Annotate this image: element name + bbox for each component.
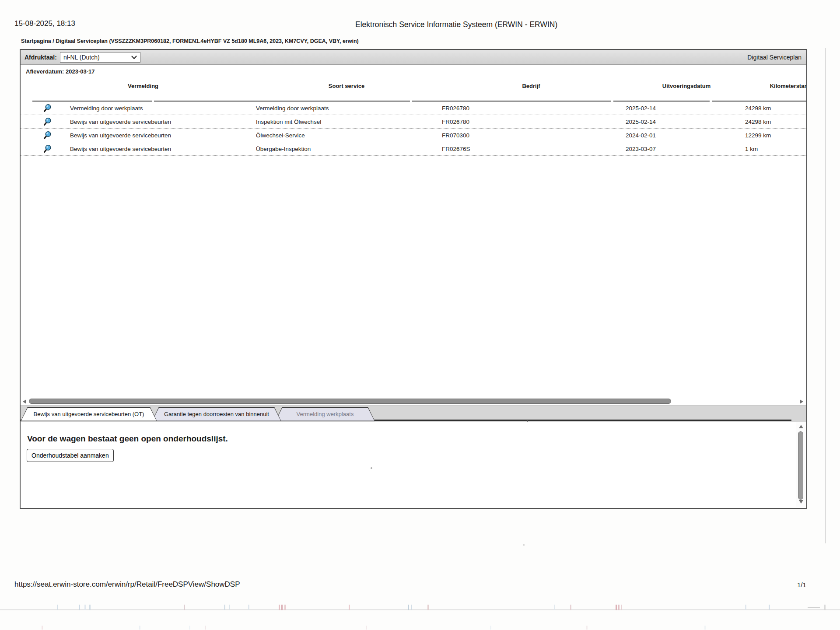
horizontal-scrollbar[interactable] bbox=[21, 398, 805, 405]
tab-label: Vermelding werkplaats bbox=[276, 408, 374, 421]
tab-label: Garantie tegen doorroesten van binnenuit bbox=[153, 408, 281, 421]
page-title: Elektronisch Service Informatie Systeem … bbox=[355, 20, 557, 29]
column-header-soort-service[interactable]: Soort service bbox=[329, 83, 364, 89]
scan-tick bbox=[284, 605, 286, 610]
print-url: https://seat.erwin-store.com/erwin/rp/Re… bbox=[14, 580, 240, 589]
scan-tick bbox=[229, 605, 230, 610]
scan-tick bbox=[490, 626, 491, 630]
scan-tick bbox=[184, 605, 185, 610]
column-header-vermelding[interactable]: Vermelding bbox=[128, 83, 158, 89]
cell-soort-service: Übergabe-Inspektion bbox=[256, 146, 311, 152]
arrow-down-icon[interactable] bbox=[799, 500, 803, 504]
tab-label: Bewijs van uitgevoerde servicebeurten (O… bbox=[21, 408, 157, 421]
scan-tick bbox=[89, 605, 91, 610]
cell-vermelding: Vermelding door werkplaats bbox=[70, 105, 143, 112]
serviceplan-panel: Afdruktaal: nl-NL (Dutch) Digitaal Servi… bbox=[20, 49, 807, 509]
cell-kilometerstand: 12299 km bbox=[745, 132, 771, 139]
cell-uitvoeringsdatum: 2025-02-14 bbox=[626, 119, 656, 125]
print-language-value: nl-NL (Dutch) bbox=[63, 54, 131, 61]
scan-speck bbox=[371, 467, 372, 469]
cell-uitvoeringsdatum: 2025-02-14 bbox=[626, 105, 656, 112]
column-header-kilometerstand[interactable]: Kilometerstand bbox=[770, 83, 807, 89]
scan-tick bbox=[618, 605, 620, 610]
breadcrumb[interactable]: Startpagina / Digitaal Serviceplan (VSSZ… bbox=[21, 38, 359, 44]
cell-bedrijf: FR02676S bbox=[442, 146, 470, 152]
cell-kilometerstand: 1 km bbox=[745, 146, 758, 152]
magnifier-icon[interactable] bbox=[43, 104, 52, 112]
table-row[interactable]: Bewijs van uitgevoerde servicebeurten Öl… bbox=[21, 129, 806, 142]
scan-tick bbox=[281, 605, 283, 610]
horizontal-scrollbar-thumb[interactable] bbox=[29, 399, 671, 404]
print-language-select[interactable]: nl-NL (Dutch) bbox=[60, 52, 140, 63]
scan-tick bbox=[427, 605, 429, 610]
magnifier-icon[interactable] bbox=[43, 131, 52, 140]
scan-tick bbox=[411, 605, 412, 610]
scan-tick bbox=[616, 605, 617, 610]
scan-artifact-line bbox=[0, 609, 840, 610]
arrow-right-icon[interactable] bbox=[800, 399, 803, 404]
printed-page: 15-08-2025, 18:13 Elektronisch Service I… bbox=[0, 0, 840, 630]
scan-tick bbox=[704, 626, 706, 630]
column-header-uitvoeringsdatum[interactable]: Uitvoeringsdatum bbox=[662, 83, 711, 89]
scan-tick bbox=[189, 626, 190, 630]
scan-tick bbox=[745, 605, 746, 610]
no-open-maintenance-message: Voor de wagen bestaat geen open onderhou… bbox=[27, 434, 228, 444]
cell-vermelding: Bewijs van uitgevoerde servicebeurten bbox=[70, 132, 171, 139]
scan-tick bbox=[205, 626, 206, 630]
scan-tick bbox=[279, 605, 280, 610]
scan-tick bbox=[248, 605, 249, 610]
vertical-scrollbar[interactable] bbox=[796, 422, 805, 507]
scan-speck bbox=[527, 420, 528, 422]
page-number-indicator: 1/1 bbox=[797, 581, 806, 588]
magnifier-icon[interactable] bbox=[43, 117, 52, 126]
scan-tick bbox=[139, 626, 140, 630]
scan-tick bbox=[42, 626, 43, 630]
scan-tick bbox=[366, 626, 367, 630]
table-row[interactable]: Bewijs van uitgevoerde servicebeurten Üb… bbox=[21, 142, 806, 156]
scan-speck bbox=[523, 544, 525, 546]
scan-tick bbox=[349, 605, 350, 610]
cell-bedrijf: FR070300 bbox=[442, 132, 469, 139]
magnifier-icon[interactable] bbox=[43, 144, 52, 153]
scan-tick bbox=[84, 605, 86, 610]
scan-tick bbox=[570, 605, 571, 610]
scan-tick bbox=[79, 605, 80, 610]
cell-uitvoeringsdatum: 2023-03-07 bbox=[626, 146, 656, 152]
scan-tick bbox=[769, 605, 770, 610]
arrow-left-icon[interactable] bbox=[23, 399, 26, 404]
scan-tick bbox=[224, 605, 225, 610]
create-maintenance-table-button[interactable]: Onderhoudstabel aanmaken bbox=[27, 449, 114, 462]
cell-soort-service: Ölwechsel-Service bbox=[256, 132, 305, 139]
scan-tick bbox=[57, 605, 58, 610]
cell-vermelding: Bewijs van uitgevoerde servicebeurten bbox=[70, 146, 171, 152]
panel-title: Digitaal Serviceplan bbox=[747, 54, 802, 61]
scan-tick bbox=[408, 605, 409, 610]
column-header-bedrijf[interactable]: Bedrijf bbox=[522, 83, 540, 89]
scan-tick bbox=[554, 605, 555, 610]
cell-vermelding: Bewijs van uitgevoerde servicebeurten bbox=[70, 119, 171, 125]
cell-bedrijf: FR026780 bbox=[442, 119, 469, 125]
print-language-label: Afdruktaal: bbox=[24, 54, 57, 61]
print-datetime: 15-08-2025, 18:13 bbox=[14, 19, 75, 28]
paper-edge-line bbox=[825, 48, 826, 543]
tab-garantie-doorroesten[interactable]: Garantie tegen doorroesten van binnenuit bbox=[152, 407, 281, 421]
table-row[interactable]: Bewijs van uitgevoerde servicebeurten In… bbox=[21, 115, 806, 129]
service-table: Vermelding door werkplaats Vermelding do… bbox=[21, 102, 806, 156]
vertical-scrollbar-thumb[interactable] bbox=[798, 431, 803, 500]
cell-kilometerstand: 24298 km bbox=[745, 105, 771, 112]
table-row[interactable]: Vermelding door werkplaats Vermelding do… bbox=[21, 102, 806, 115]
toolbar: Afdruktaal: nl-NL (Dutch) Digitaal Servi… bbox=[21, 50, 806, 65]
delivery-date: Afleverdatum: 2023-03-17 bbox=[26, 68, 95, 75]
scan-tick bbox=[586, 626, 588, 630]
cell-kilometerstand: 24298 km bbox=[745, 119, 771, 125]
arrow-up-icon[interactable] bbox=[799, 425, 803, 428]
cell-soort-service: Inspektion mit Ölwechsel bbox=[256, 119, 321, 125]
tab-vermelding-werkplaats[interactable]: Vermelding werkplaats bbox=[275, 407, 375, 421]
cell-bedrijf: FR026780 bbox=[442, 105, 469, 112]
chevron-down-icon bbox=[131, 54, 137, 61]
cell-uitvoeringsdatum: 2024-02-01 bbox=[626, 132, 656, 139]
tab-bewijs-servicebeurten[interactable]: Bewijs van uitgevoerde servicebeurten (O… bbox=[21, 407, 157, 421]
scan-tick bbox=[808, 607, 820, 608]
scan-tick bbox=[621, 605, 622, 610]
cell-soort-service: Vermelding door werkplaats bbox=[256, 105, 329, 112]
